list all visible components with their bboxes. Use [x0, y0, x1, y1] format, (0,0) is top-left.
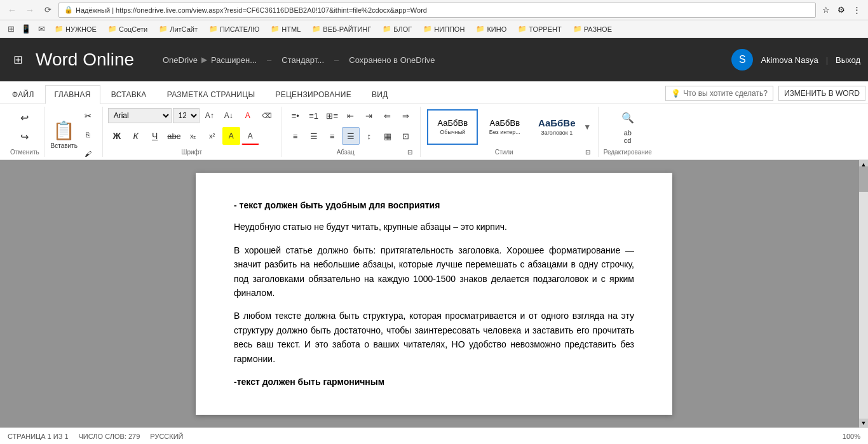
strikethrough-button[interactable]: abc	[165, 127, 183, 145]
clear-format-button[interactable]: ⌫	[258, 107, 276, 124]
user-name[interactable]: Akimova Nasya	[761, 55, 818, 65]
ribbon-toolbar: ↩ ↪ Отменить 📋 Вставить ✂ ⎘ 🖌 Буфер обме…	[0, 104, 868, 160]
replace-button[interactable]: abcd	[616, 128, 639, 145]
menu-icon[interactable]: ⋮	[850, 4, 863, 17]
scroll-down-button[interactable]: ▼	[859, 419, 868, 427]
bold-button[interactable]: Ж	[108, 127, 126, 145]
mail-icon[interactable]: ✉	[34, 22, 48, 36]
bookmark-item-8[interactable]: 📁КИНО	[471, 22, 512, 36]
search-box[interactable]: 💡 Что вы хотите сделать?	[665, 86, 773, 101]
borders-button[interactable]: ⊡	[397, 127, 415, 145]
folder-icon: 📁	[423, 25, 432, 33]
mobile-icon[interactable]: 📱	[19, 22, 33, 36]
skype-button[interactable]: S	[731, 49, 753, 71]
style-heading1-preview: АаБбВе	[538, 118, 576, 128]
breadcrumb-doc[interactable]: Расширен...	[211, 55, 257, 65]
secure-label: Надёжный	[76, 6, 110, 14]
style-normal[interactable]: АаБбВв Обычный	[427, 109, 478, 145]
bookmark-item-1[interactable]: 📁СоцСети	[103, 22, 153, 36]
folder-icon: 📁	[209, 25, 218, 33]
bullets-button[interactable]: ≡•	[287, 107, 304, 124]
scrollbar-vertical[interactable]: ▲ ▼	[859, 160, 868, 427]
justify-button[interactable]: ☰	[342, 127, 360, 145]
breadcrumb: OneDrive ▶ Расширен...	[163, 55, 257, 65]
word-count: ЧИСЛО СЛОВ: 279	[79, 433, 140, 440]
address-bar[interactable]: 🔒 Надёжный | https://onedrive.live.com/v…	[58, 3, 816, 18]
app-title: Word Online	[36, 50, 150, 70]
shading-button[interactable]: ▦	[379, 127, 397, 145]
italic-button[interactable]: К	[127, 127, 145, 145]
bookmark-item-4[interactable]: 📁HTML	[266, 22, 306, 36]
decrease-indent-button[interactable]: ⇤	[342, 107, 360, 124]
back-button[interactable]: ←	[5, 3, 19, 17]
refresh-button[interactable]: ⟳	[41, 3, 55, 17]
paste-button[interactable]: 📋 Вставить	[50, 117, 78, 152]
bookmark-item-10[interactable]: 📁РАЗНОЕ	[568, 22, 617, 36]
align-left-button[interactable]: ≡	[287, 127, 304, 145]
bookmarks-bar: ⊞ 📱 ✉ 📁НУЖНОЕ📁СоцСети📁ЛитСайт📁ПИСАТЕЛЮ📁H…	[0, 20, 868, 38]
align-right-button[interactable]: ≡	[323, 127, 341, 145]
paste-label: Вставить	[51, 142, 78, 149]
bookmark-label: КИНО	[487, 25, 506, 33]
ltr-button[interactable]: ⇒	[397, 107, 415, 124]
styles-settings-icon[interactable]: ⊡	[583, 147, 593, 157]
font-color-button[interactable]: A	[239, 107, 257, 124]
font-name-select[interactable]: Arial	[108, 108, 172, 123]
scroll-thumb[interactable]	[859, 166, 868, 192]
undo-button[interactable]: ↩	[16, 109, 34, 126]
ribbon-tab-главная[interactable]: ГЛАВНАЯ	[45, 85, 100, 104]
underline-button[interactable]: Ч	[146, 127, 164, 145]
decrease-font-button[interactable]: A↓	[220, 107, 238, 124]
browser-bar: ← → ⟳ 🔒 Надёжный | https://onedrive.live…	[0, 0, 868, 20]
ribbon-tab-рецензирование[interactable]: РЕЦЕНЗИРОВАНИЕ	[266, 84, 361, 104]
style-heading1[interactable]: АаБбВе Заголовок 1	[531, 109, 582, 145]
bookmark-item-7[interactable]: 📁НИППОН	[418, 22, 470, 36]
sign-out-button[interactable]: Выход	[836, 55, 860, 65]
change-word-button[interactable]: ИЗМЕНИТЬ В WORD	[778, 86, 865, 101]
line-spacing-button[interactable]: ↕	[360, 127, 378, 145]
highlight-button[interactable]: A	[222, 127, 240, 145]
apps-icon[interactable]: ⊞	[4, 22, 18, 36]
bookmark-label: СоцСети	[119, 25, 147, 33]
increase-font-button[interactable]: A↑	[201, 107, 219, 124]
ribbon-tab-вид[interactable]: ВИД	[362, 84, 398, 104]
zoom-level: 100%	[843, 433, 860, 440]
align-center-button[interactable]: ☰	[305, 127, 323, 145]
folder-icon: 📁	[476, 25, 485, 33]
bookmark-label: ВЕБ-РАЙТИНГ	[323, 25, 371, 33]
cut-button[interactable]: ✂	[79, 107, 97, 124]
bookmark-label: ПИСАТЕЛЮ	[220, 25, 259, 33]
forward-button[interactable]: →	[23, 3, 37, 17]
copy-button[interactable]: ⎘	[79, 126, 97, 144]
increase-indent-button[interactable]: ⇥	[360, 107, 378, 124]
doc-saved-status: Сохранено в OneDrive	[349, 55, 435, 65]
text-color-button[interactable]: A	[241, 127, 259, 145]
bookmark-item-3[interactable]: 📁ПИСАТЕЛЮ	[204, 22, 264, 36]
multilevel-list-button[interactable]: ⊞≡	[323, 107, 341, 124]
style-no-spacing[interactable]: АаБбВв Без интер...	[479, 109, 530, 145]
ribbon-tab-файл[interactable]: ФАЙЛ	[3, 84, 44, 104]
bookmark-item-6[interactable]: 📁БЛОГ	[377, 22, 417, 36]
subscript-button[interactable]: x₂	[184, 127, 202, 145]
breadcrumb-root[interactable]: OneDrive	[163, 55, 198, 65]
extensions-icon[interactable]: ⚙	[835, 4, 848, 17]
ribbon-tab-вставка[interactable]: ВСТАВКА	[102, 84, 156, 104]
bookmark-item-2[interactable]: 📁ЛитСайт	[154, 22, 203, 36]
ribbon-tab-разметка-страницы[interactable]: РАЗМЕТКА СТРАНИЦЫ	[158, 84, 265, 104]
find-button[interactable]: 🔍	[619, 109, 637, 126]
rtl-button[interactable]: ⇐	[379, 107, 397, 124]
app-grid-button[interactable]: ⊞	[8, 50, 28, 70]
doc-style[interactable]: Стандарт...	[281, 55, 324, 65]
bookmark-label: ТОРРЕНТ	[529, 25, 561, 33]
styles-more-arrow[interactable]: ▼	[583, 123, 591, 131]
bookmark-item-0[interactable]: 📁НУЖНОЕ	[50, 22, 102, 36]
paragraph-settings-icon[interactable]: ⊡	[405, 147, 415, 157]
bookmark-star-icon[interactable]: ☆	[820, 4, 832, 17]
app-header: ⊞ Word Online OneDrive ▶ Расширен... – С…	[0, 38, 868, 81]
font-size-select[interactable]: 12	[173, 108, 200, 123]
bookmark-item-5[interactable]: 📁ВЕБ-РАЙТИНГ	[307, 22, 376, 36]
bookmark-item-9[interactable]: 📁ТОРРЕНТ	[513, 22, 566, 36]
redo-button[interactable]: ↪	[16, 128, 34, 145]
numbering-button[interactable]: ≡1	[305, 107, 323, 124]
superscript-button[interactable]: x²	[203, 127, 221, 145]
